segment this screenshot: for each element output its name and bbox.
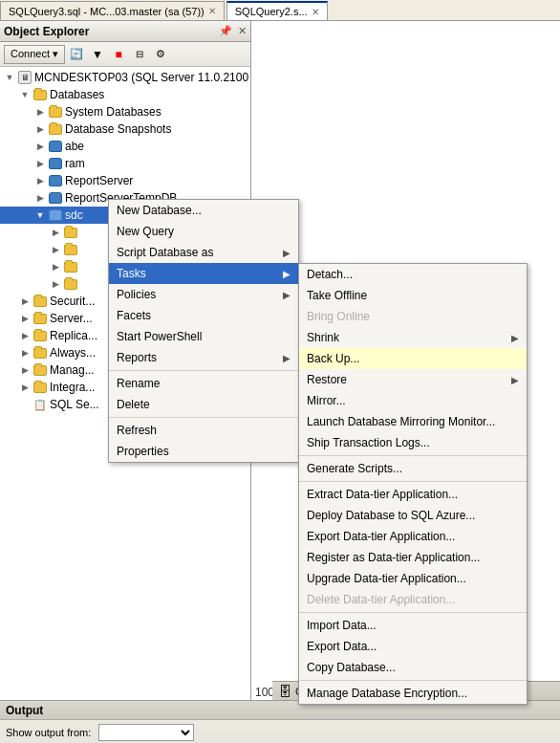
menu-item-export-data[interactable]: Export Data... [299,636,527,657]
menu-item-bring-online: Bring Online [299,306,527,327]
menu-item-backup[interactable]: Back Up... [299,348,527,369]
menu-item-delete[interactable]: Delete [109,394,298,415]
menu-item-new-database[interactable]: New Database... [109,200,298,221]
menu-item-ship-logs[interactable]: Ship Transaction Logs... [299,432,527,453]
tree-item-databases[interactable]: ▼ Databases [0,86,250,103]
expand-icon[interactable]: ▶ [48,225,63,240]
submenu-arrow: ▶ [283,269,291,279]
folder-icon [32,328,48,343]
expand-icon[interactable]: ▶ [48,276,63,292]
tab-sqlquery2[interactable]: SQLQuery2.s... ✕ [226,1,328,20]
refresh-toolbar-btn[interactable]: 🔄 [67,45,86,64]
menu-item-new-query[interactable]: New Query [109,221,298,242]
menu-item-export-datatier[interactable]: Export Data-tier Application... [299,526,527,547]
folder-icon [63,259,78,274]
expand-icon[interactable]: ▶ [17,380,32,395]
expand-icon[interactable]: ▶ [32,156,48,171]
menu-item-deploy-azure[interactable]: Deploy Database to SQL Azure... [299,505,527,526]
menu-item-properties[interactable]: Properties [109,441,298,462]
collapse-toolbar-btn[interactable]: ⊟ [130,45,149,64]
folder-icon [48,104,63,120]
submenu-arrow: ▶ [283,248,291,258]
menu-item-import-data[interactable]: Import Data... [299,615,527,636]
db-status-icon: 🗄 [278,684,291,699]
filter-toolbar-btn[interactable]: ▼ [88,45,107,64]
menu-item-take-offline[interactable]: Take Offline [299,285,527,306]
expand-icon[interactable]: ▶ [32,139,48,154]
connect-button[interactable]: Connect ▾ [4,45,65,64]
menu-item-extract-datatier[interactable]: Extract Data-tier Application... [299,484,527,505]
menu-item-script-database[interactable]: Script Database as ▶ [109,242,298,263]
expand-icon[interactable]: ▶ [48,242,63,257]
menu-item-generate-scripts[interactable]: Generate Scripts... [299,458,527,479]
menu-item-shrink[interactable]: Shrink ▶ [299,327,527,348]
menu-separator-5 [299,612,527,613]
expand-icon[interactable]: ▶ [17,311,32,326]
system-db-label: System Databases [65,105,162,119]
menu-item-mirror[interactable]: Mirror... [299,390,527,411]
menu-item-restore[interactable]: Restore ▶ [299,369,527,390]
tab-bar: SQLQuery3.sql - MC...03.master (sa (57))… [0,0,560,21]
close-icon[interactable]: ✕ [312,7,319,17]
menu-item-facets[interactable]: Facets [109,305,298,326]
sdc-label: sdc [65,208,83,222]
config-toolbar-btn[interactable]: ⚙ [151,45,170,64]
menu-item-start-powershell[interactable]: Start PowerShell [109,326,298,347]
expand-icon[interactable]: ▶ [32,173,48,188]
tab-sqlquery3[interactable]: SQLQuery3.sql - MC...03.master (sa (57))… [0,1,225,20]
panel-title-icons: 📌 ✕ [219,25,247,37]
tree-item-ram[interactable]: ▶ ram [0,155,250,172]
folder-icon [32,311,48,326]
folder-icon [32,294,48,309]
db-icon [48,173,63,188]
expand-icon[interactable]: ▼ [2,70,17,85]
folder-icon [32,345,48,361]
panel-title: Object Explorer [4,25,89,38]
refresh-icon: 🔄 [70,48,83,60]
menu-item-rename[interactable]: Rename [109,373,298,394]
output-title: Output [6,704,43,717]
reportserver-label: ReportServer [65,174,133,187]
folder-icon [63,242,78,257]
menu-item-tasks[interactable]: Tasks ▶ [109,263,298,284]
expand-icon[interactable]: ▶ [32,190,48,206]
databases-label: Databases [50,88,104,101]
expand-icon[interactable]: ▶ [48,259,63,274]
menu-item-reports[interactable]: Reports ▶ [109,347,298,368]
expand-icon[interactable]: ▶ [17,328,32,343]
menu-item-register-datatier[interactable]: Register as Data-tier Application... [299,547,527,568]
expand-icon[interactable]: ▼ [17,87,32,102]
menu-item-upgrade-datatier[interactable]: Upgrade Data-tier Application... [299,568,527,589]
pin-icon[interactable]: 📌 [219,25,232,37]
expand-icon[interactable]: ▶ [17,362,32,378]
close-icon[interactable]: ✕ [208,6,216,16]
menu-item-manage-encryption[interactable]: Manage Database Encryption... [299,683,527,704]
expand-icon[interactable]: ▶ [32,121,48,137]
expand-icon[interactable]: ▼ [32,208,48,223]
context-menu-1: New Database... New Query Script Databas… [108,199,299,463]
submenu-arrow: ▶ [283,290,291,300]
close-panel-icon[interactable]: ✕ [238,25,247,37]
submenu-arrow: ▶ [283,353,291,363]
tree-item-server[interactable]: ▼ 🖥 MCNDESKTOP03 (SQL Server 11.0.2100 [0,69,250,86]
folder-icon [63,225,78,240]
menu-item-policies[interactable]: Policies ▶ [109,284,298,305]
menu-item-launch-mirroring[interactable]: Launch Database Mirroring Monitor... [299,411,527,432]
tab-label: SQLQuery3.sql - MC...03.master (sa (57)) [9,6,205,17]
tree-item-abe[interactable]: ▶ abe [0,138,250,155]
stop-toolbar-btn[interactable]: ■ [109,45,128,64]
submenu-arrow: ▶ [511,333,519,343]
tree-item-reportserver[interactable]: ▶ ReportServer [0,172,250,189]
menu-separator [109,370,298,371]
config-icon: ⚙ [156,48,165,60]
expand-icon[interactable]: ▶ [17,345,32,361]
tree-item-system-databases[interactable]: ▶ System Databases [0,103,250,120]
collapse-icon: ⊟ [136,49,143,59]
menu-item-detach[interactable]: Detach... [299,264,527,285]
expand-icon[interactable]: ▶ [17,294,32,309]
menu-item-copy-database[interactable]: Copy Database... [299,657,527,678]
output-source-dropdown[interactable] [98,724,194,741]
expand-icon[interactable]: ▶ [32,104,48,120]
menu-item-refresh[interactable]: Refresh [109,420,298,441]
tree-item-snapshots[interactable]: ▶ Database Snapshots [0,120,250,138]
